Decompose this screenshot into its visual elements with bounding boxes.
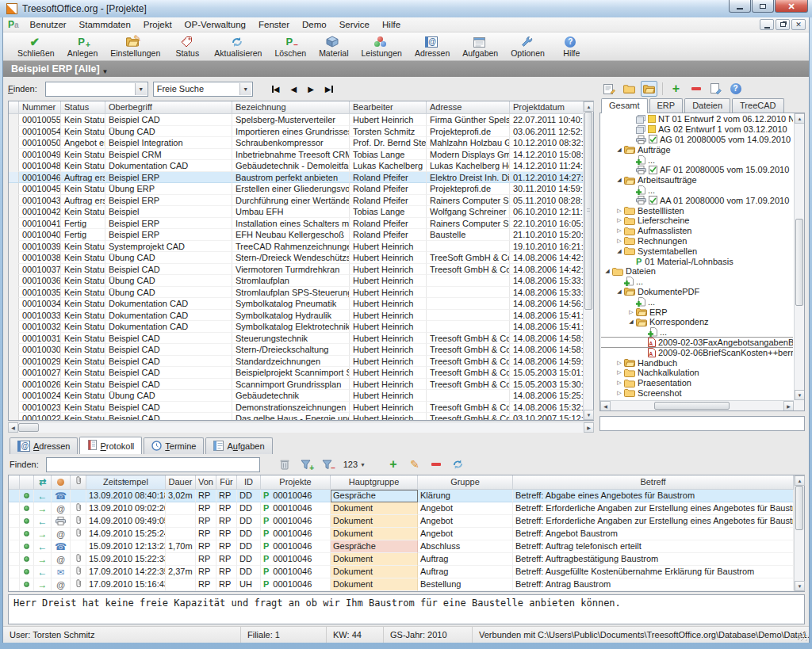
tree-item-2009-02-03faxangebotsangabenbaustro[interactable]: A2009-02-03FaxAngebotsangabenBaustro	[601, 338, 793, 348]
tree-item-ag-01-20080005-vom-14-09-2010[interactable]: AG 01 20080005 vom 14.09.2010	[601, 135, 793, 145]
tree-edit-button[interactable]	[707, 81, 724, 97]
scroll-down-button[interactable]: ▼	[584, 410, 594, 420]
collapsed-icon[interactable]: ▷	[615, 217, 624, 223]
tree-item-dateien[interactable]: ◢Dateien	[601, 266, 793, 277]
last-record-button[interactable]: ▶	[325, 85, 333, 94]
protocol-row[interactable]: →@17.09.2010 15:16:43RPRPUHP00010046Doku…	[9, 578, 794, 591]
column-header-bezeichnung[interactable]: Bezeichnung	[232, 101, 350, 114]
tree-item-af-01-20080005-vom-15-09-2010[interactable]: AF 01 20080005 vom 15.09.2010	[601, 165, 793, 175]
scroll-left-button[interactable]: ◀	[8, 422, 18, 433]
tree-item-2009-02-06briefscankosten-bernahme[interactable]: A2009-02-06BriefScanKosten++bernahme	[601, 347, 793, 357]
table-row[interactable]: 00010035Kein StatusÜbung CADStromlaufpla…	[9, 287, 583, 299]
collapsed-icon[interactable]: ▷	[626, 309, 636, 315]
state-square-icon[interactable]	[648, 115, 656, 123]
protocol-vertical-scrollbar[interactable]: ▲ ▼	[794, 475, 804, 591]
protocol-edit-button[interactable]: ✎	[406, 456, 423, 472]
mdi-close-button[interactable]: ✕	[791, 19, 806, 30]
menu-stammdaten[interactable]: Stammdaten	[73, 18, 137, 31]
tab-aufgaben[interactable]: Aufgaben	[205, 437, 272, 454]
tree-item-aa-01-20080000-vom-17-09-2010[interactable]: AA 01 20080000 vom 17.09.2010	[601, 195, 793, 205]
tree-item-dokumentepdf[interactable]: ◢DokumentePDF	[601, 287, 793, 297]
expanded-icon[interactable]: ◢	[615, 248, 624, 254]
first-record-button[interactable]: ◀	[272, 85, 280, 94]
collapsed-icon[interactable]: ▷	[615, 238, 624, 244]
table-row[interactable]: 00010024Kein StatusÜbung CADGebäudetechn…	[9, 390, 583, 402]
table-row[interactable]: 00010039Kein StatusSystemprojekt CADTree…	[9, 241, 583, 253]
toolbar-button-status[interactable]: Status	[167, 33, 208, 60]
tree-item-nachkalkulation[interactable]: ▷Nachkalkulation	[601, 368, 793, 378]
protocol-remove-button[interactable]	[427, 456, 445, 472]
scroll-down-button[interactable]: ▼	[795, 581, 805, 591]
protocol-row[interactable]: →@13.09.2010 09:02:26RPRPDDP00010046Doku…	[9, 502, 794, 515]
tree-item-[interactable]: ...	[601, 185, 793, 196]
table-row[interactable]: 00010049Kein StatusBeispiel CRMInbetrieb…	[9, 149, 583, 161]
collapsed-icon[interactable]: ▷	[615, 369, 624, 376]
protocol-column-haupt[interactable]: Hauptgruppe	[331, 475, 418, 490]
tree-item-korrespondenz[interactable]: ◢Korrespondenz	[601, 317, 793, 327]
table-row[interactable]: 00010043Auftrag erstellBeispiel ERPDurch…	[9, 195, 583, 207]
table-row[interactable]: 00010026Kein StatusBeispiel CADScannimpo…	[9, 379, 583, 391]
tree-item-01-material-lohnbasis[interactable]: P01 Material-/Lohnbasis	[601, 256, 793, 266]
globe-column-icon[interactable]	[52, 475, 71, 490]
close-button[interactable]: ✕	[775, 0, 808, 13]
table-row[interactable]: 00010041FertigBeispiel ERPInstallation e…	[9, 218, 583, 230]
scrollbar-thumb[interactable]	[795, 486, 803, 530]
protocol-delete-button[interactable]	[276, 456, 293, 472]
toolbar-button-leistungen[interactable]: Leistungen	[354, 33, 408, 60]
table-row[interactable]: 00010040FertigBeispiel ERPEFH Neubau Kel…	[9, 229, 583, 241]
direction-column-icon[interactable]: ⇄	[34, 475, 52, 490]
checkbox-checked-icon[interactable]	[649, 196, 657, 204]
table-row[interactable]: 00010027Kein StatusBeispiel CADBeispielp…	[9, 367, 583, 379]
tree-item-[interactable]: ...	[601, 296, 793, 307]
table-row[interactable]: 00010038Kein StatusÜbung CADStern-/Dreie…	[9, 252, 583, 264]
table-row[interactable]: 00010033Kein StatusDokumentation CADSymb…	[9, 310, 583, 322]
scroll-right-button[interactable]: ▶	[584, 422, 594, 433]
table-row[interactable]: 00010050Angebot ersteBeispiel Integratio…	[9, 137, 583, 149]
tree-item-handbuch[interactable]: ▷Handbuch	[601, 357, 793, 368]
scrollbar-thumb[interactable]	[18, 423, 39, 432]
tree-item-systemtabellen[interactable]: ◢Systemtabellen	[601, 246, 793, 256]
protocol-note[interactable]: Herr Dreist hat keine freie Kapazität un…	[8, 594, 805, 624]
tree-item-ag-02-entwurf-1-vom-03-12-2010[interactable]: AG 02 Entwurf 1 vom 03.12.2010	[601, 124, 793, 135]
mdi-restore-button[interactable]	[776, 19, 790, 30]
toolbar-button-adressen[interactable]: @Adressen	[408, 33, 456, 60]
toolbar-button-loeschen[interactable]: P−Löschen	[268, 33, 312, 60]
protocol-column-projekte[interactable]: Projekte	[261, 475, 331, 490]
tree-item-screenshot[interactable]: ▷Screenshot	[601, 388, 793, 399]
tree-item-[interactable]: ...	[601, 277, 793, 287]
table-row[interactable]: 00010046Auftrag erstellBeispiel ERPBaust…	[9, 172, 583, 184]
scroll-down-button[interactable]: ▼	[795, 390, 805, 400]
tree-item-lieferscheine[interactable]: ▷Lieferscheine	[601, 216, 793, 226]
tree-vertical-scrollbar[interactable]: ▲ ▼	[794, 113, 804, 400]
table-row[interactable]: 00010048Kein StatusDokumentation CADGebä…	[9, 160, 583, 172]
protocol-row[interactable]: →@15.09.2010 15:22:33RPRPDDP00010046Doku…	[9, 553, 794, 566]
expanded-icon[interactable]: ◢	[626, 319, 636, 325]
column-header-oberbegriff[interactable]: Oberbegriff	[105, 101, 232, 114]
tree-item-zeichnungen[interactable]: ▷Zeichnungen	[601, 398, 793, 399]
tab-protokoll[interactable]: Protokoll	[79, 437, 142, 454]
table-row[interactable]: 00010022Kein StatusBeispiel CADDas gelbe…	[9, 413, 583, 420]
column-header-projektdatum[interactable]: Projektdatum	[510, 101, 584, 114]
attachment-column-icon[interactable]	[71, 475, 86, 490]
expanded-icon[interactable]: ◢	[603, 268, 612, 274]
search-dropdown-icon[interactable]: ▼	[135, 83, 147, 95]
protocol-search-box[interactable]	[46, 457, 260, 472]
column-header-status[interactable]: Status	[61, 101, 105, 114]
protocol-count-button[interactable]: 123▼	[340, 456, 369, 472]
mdi-minimize-button[interactable]	[760, 19, 774, 30]
menu-demo[interactable]: Demo	[296, 18, 333, 31]
tree-detail-field[interactable]	[599, 416, 805, 431]
tree-item-[interactable]: ...	[601, 327, 793, 338]
table-row[interactable]: 00010023Kein StatusBeispiel CADDemonstra…	[9, 402, 583, 414]
protocol-filter-remove-button[interactable]: −	[319, 456, 336, 472]
next-record-button[interactable]: ▶	[308, 85, 314, 94]
protocol-column-id[interactable]: ID	[237, 475, 261, 490]
protocol-column-von[interactable]: Von	[196, 475, 216, 490]
table-row[interactable]: 00010029Kein StatusBeispiel CADStandardz…	[9, 356, 583, 368]
collapsed-icon[interactable]: ▷	[615, 360, 624, 366]
table-row[interactable]: 00010031Kein StatusBeispiel CADSteuerung…	[9, 333, 583, 345]
tree-item-erp[interactable]: ▷ERP	[601, 307, 793, 317]
search-mode-combobox[interactable]: Freie Suche ▼	[153, 82, 253, 97]
tree-item-aufmasslisten[interactable]: ▷Aufmasslisten	[601, 226, 793, 236]
tree-help-button[interactable]: ?	[727, 81, 744, 97]
